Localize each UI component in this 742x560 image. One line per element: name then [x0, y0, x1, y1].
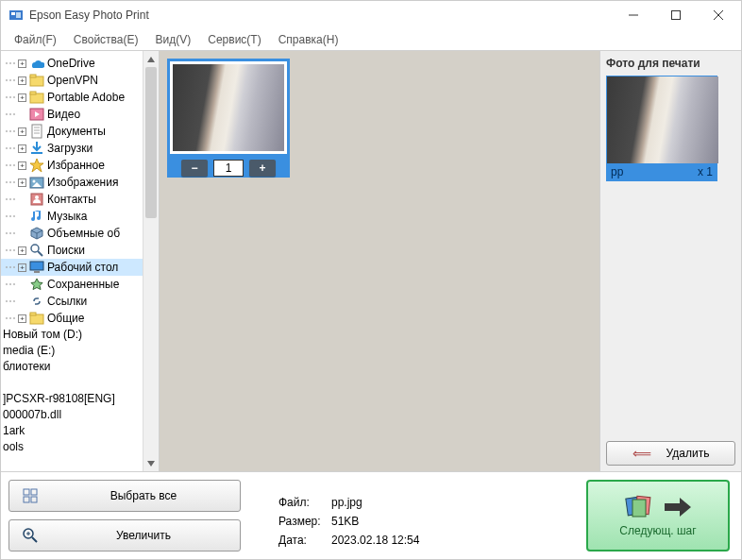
tree-item-14[interactable]: ⋯Ссылки: [1, 293, 159, 310]
contacts-icon: [29, 192, 44, 207]
tree-flat-1[interactable]: media (E:): [1, 343, 159, 359]
svg-marker-18: [30, 159, 43, 172]
copies-input[interactable]: 1: [213, 160, 244, 177]
thumbnail-image[interactable]: [167, 59, 290, 157]
select-all-label: Выбрать все: [57, 489, 230, 502]
tree-item-0[interactable]: ⋯+OneDrive: [1, 55, 159, 72]
expand-icon[interactable]: +: [18, 76, 26, 85]
scroll-up-icon[interactable]: [143, 51, 159, 67]
tree-label: Изображения: [47, 176, 118, 189]
docs-icon: [29, 124, 44, 139]
increment-button[interactable]: +: [249, 160, 276, 177]
tree-label: Рабочий стол: [47, 261, 118, 274]
svg-point-28: [31, 245, 39, 252]
date-key: Дата:: [278, 534, 331, 547]
tree-label: Видео: [47, 108, 80, 121]
tree-flat-3[interactable]: [1, 375, 159, 391]
folder-icon: [29, 90, 44, 105]
tree-item-15[interactable]: ⋯+Общие: [1, 310, 159, 327]
expand-icon[interactable]: +: [18, 314, 26, 323]
tree-label: Музыка: [47, 210, 87, 223]
tree-item-4[interactable]: ⋯+Документы: [1, 123, 159, 140]
tree-item-11[interactable]: ⋯+Поиски: [1, 242, 159, 259]
images-icon: [29, 175, 44, 190]
tree-flat-0[interactable]: Новый том (D:): [1, 327, 159, 343]
tree-label: Загрузки: [47, 142, 93, 155]
scroll-down-icon[interactable]: [143, 455, 159, 471]
tree-label: Контакты: [47, 193, 96, 206]
tree-item-6[interactable]: ⋯+Избранное: [1, 157, 159, 174]
magnifier-icon: [19, 527, 42, 544]
menu-properties[interactable]: Свойства(E): [66, 31, 146, 48]
svg-rect-1: [11, 12, 15, 15]
expand-icon[interactable]: +: [18, 127, 26, 136]
menu-file[interactable]: Файл(F): [7, 31, 64, 48]
tree-label: OpenVPN: [47, 74, 98, 87]
minimize-button[interactable]: [612, 2, 654, 28]
cube-icon: [29, 226, 44, 241]
tree-item-7[interactable]: ⋯+Изображения: [1, 174, 159, 191]
svg-marker-35: [147, 461, 155, 467]
tree-label: Portable Adobe: [47, 91, 125, 104]
svg-rect-38: [24, 497, 29, 502]
size-key: Размер:: [278, 515, 331, 528]
tree-flat-4[interactable]: ]PCSXR-r98108[ENG]: [1, 391, 159, 407]
thumbnail-card[interactable]: − 1 +: [167, 59, 290, 178]
zoom-button[interactable]: Увеличить: [8, 519, 241, 552]
tree-item-9[interactable]: ⋯Музыка: [1, 208, 159, 225]
tree-flat-5[interactable]: 000007b.dll: [1, 407, 159, 423]
tree-label: Поиски: [47, 244, 85, 257]
video-icon: [29, 107, 44, 122]
print-queue-panel: Фото для печати pp x 1 ⟸ Удалить: [599, 51, 741, 471]
svg-marker-47: [665, 498, 691, 517]
tree-flat-6[interactable]: 1ark: [1, 423, 159, 439]
delete-button[interactable]: ⟸ Удалить: [606, 441, 735, 466]
zoom-label: Увеличить: [57, 529, 230, 542]
tree-label: Объемные об: [47, 227, 120, 240]
folder-icon: [29, 311, 44, 326]
tree-label: Общие: [47, 312, 84, 325]
svg-rect-33: [30, 313, 36, 315]
next-step-icon: [625, 494, 691, 520]
tree-item-8[interactable]: ⋯Контакты: [1, 191, 159, 208]
tree-item-1[interactable]: ⋯+OpenVPN: [1, 72, 159, 89]
svg-rect-4: [671, 11, 680, 20]
window-title: Epson Easy Photo Print: [29, 8, 612, 22]
print-queue-item[interactable]: pp x 1: [606, 76, 717, 181]
folder-tree[interactable]: ⋯+OneDrive⋯+OpenVPN⋯+Portable Adobe⋯Виде…: [1, 51, 160, 471]
menu-help[interactable]: Справка(H): [271, 31, 346, 48]
expand-icon[interactable]: +: [18, 59, 26, 68]
next-step-button[interactable]: Следующ. шаг: [586, 480, 730, 552]
expand-icon[interactable]: +: [18, 263, 26, 272]
tree-flat-7[interactable]: ools: [1, 439, 159, 455]
svg-rect-8: [30, 75, 36, 77]
tree-label: Сохраненные: [47, 278, 119, 291]
tree-item-2[interactable]: ⋯+Portable Adobe: [1, 89, 159, 106]
expand-icon[interactable]: +: [18, 161, 26, 170]
app-icon: [8, 8, 24, 23]
close-button[interactable]: [697, 2, 739, 28]
tree-flat-2[interactable]: блиотеки: [1, 359, 159, 375]
expand-icon[interactable]: +: [18, 93, 26, 102]
tree-item-10[interactable]: ⋯Объемные об: [1, 225, 159, 242]
search-icon: [29, 243, 44, 258]
decrement-button[interactable]: −: [181, 160, 208, 177]
tree-label: OneDrive: [47, 57, 95, 70]
select-all-icon: [19, 487, 42, 504]
expand-icon[interactable]: +: [18, 178, 26, 187]
tree-item-13[interactable]: ⋯Сохраненные: [1, 276, 159, 293]
tree-scrollbar[interactable]: [143, 51, 159, 471]
menu-view[interactable]: Вид(V): [148, 31, 199, 48]
select-all-button[interactable]: Выбрать все: [8, 480, 241, 512]
tree-item-12[interactable]: ⋯+Рабочий стол: [1, 259, 159, 276]
date-value: 2023.02.18 12:54: [331, 534, 419, 547]
menu-service[interactable]: Сервис(T): [200, 31, 268, 48]
tree-item-5[interactable]: ⋯+Загрузки: [1, 140, 159, 157]
expand-icon[interactable]: +: [18, 246, 26, 255]
expand-icon[interactable]: +: [18, 144, 26, 153]
maximize-button[interactable]: [654, 2, 697, 28]
file-info: Файл:pp.jpg Размер:51KB Дата:2023.02.18 …: [248, 472, 582, 559]
print-queue-header: Фото для печати: [606, 57, 735, 70]
tree-item-3[interactable]: ⋯Видео: [1, 106, 159, 123]
scroll-thumb[interactable]: [145, 67, 157, 218]
